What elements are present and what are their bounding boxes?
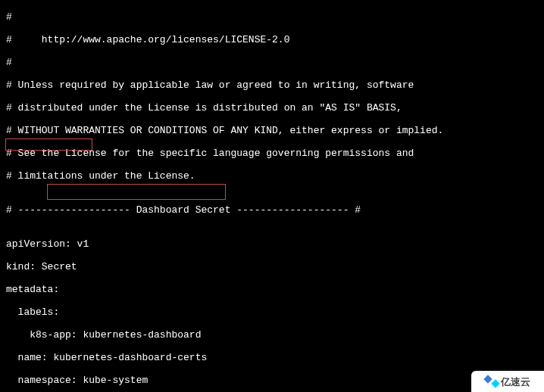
code-line: k8s-app: kubernetes-dashboard	[6, 329, 538, 341]
watermark-badge: 亿速云	[471, 371, 544, 392]
code-line: # ------------------- Dashboard Secret -…	[6, 204, 538, 216]
code-line: # WITHOUT WARRANTIES OR CONDITIONS OF AN…	[6, 125, 538, 136]
watermark-logo-icon	[485, 376, 499, 387]
code-line: # Unless required by applicable law or a…	[6, 79, 538, 91]
watermark-text: 亿速云	[501, 376, 530, 387]
code-line: # See the License for the specific langu…	[6, 148, 538, 159]
code-line: namespace: kube-system	[6, 375, 538, 386]
code-line: # limitations under the License.	[6, 170, 538, 182]
code-line: # http://www.apache.org/licenses/LICENSE…	[6, 34, 538, 45]
code-line: metadata:	[6, 284, 538, 295]
code-line: apiVersion: v1	[6, 238, 538, 250]
code-line: labels:	[6, 306, 538, 318]
code-line: name: kubernetes-dashboard-certs	[6, 352, 538, 363]
code-line: # distributed under the License is distr…	[6, 102, 538, 114]
code-line: #	[6, 11, 538, 23]
code-line: #	[6, 57, 538, 68]
code-block: # # http://www.apache.org/licenses/LICEN…	[6, 0, 538, 392]
code-line: kind: Secret	[6, 261, 538, 272]
